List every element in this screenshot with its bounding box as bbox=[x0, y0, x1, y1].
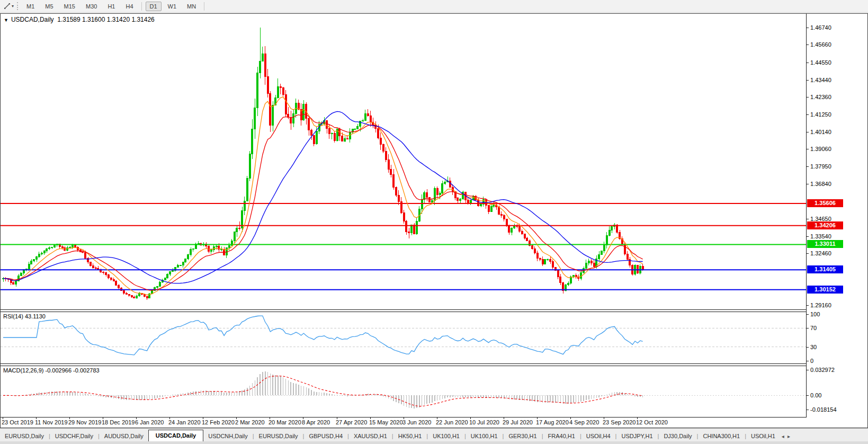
toolbar-separator bbox=[141, 2, 142, 11]
chart-tab-china300-h1[interactable]: CHINA300,H1 bbox=[698, 431, 745, 442]
date-axis-label: 18 Dec 2019 bbox=[102, 419, 135, 425]
chart-title: ▼USDCAD,Daily 1.31589 1.31600 1.31420 1.… bbox=[4, 16, 155, 23]
date-axis-label: 10 Jul 2020 bbox=[469, 419, 499, 425]
rsi-axis-tick bbox=[806, 328, 809, 328]
timeframe-button-m1[interactable]: M1 bbox=[22, 2, 39, 11]
price-axis-tick bbox=[806, 166, 809, 167]
price-axis-label: 1.42360 bbox=[810, 94, 831, 101]
timeframe-button-m30[interactable]: M30 bbox=[82, 2, 101, 11]
chart-tab-usdchf-daily[interactable]: USDCHF,Daily bbox=[50, 431, 98, 442]
chart-tab-usdjpy-h1[interactable]: USDJPY,H1 bbox=[616, 431, 657, 442]
date-axis-label: 23 Oct 2019 bbox=[2, 419, 33, 425]
date-axis-label: 29 Nov 2019 bbox=[68, 419, 101, 425]
toolbar-grip bbox=[17, 2, 18, 10]
timeframe-button-w1[interactable]: W1 bbox=[164, 2, 181, 11]
chart-tab-eurusd-daily[interactable]: EURUSD,Daily bbox=[0, 431, 49, 442]
price-axis-tick bbox=[806, 80, 809, 81]
date-axis-label: 15 May 2020 bbox=[369, 419, 403, 425]
macd-axis-tick bbox=[806, 370, 809, 370]
price-axis-tick bbox=[806, 97, 809, 97]
rsi-chart-canvas[interactable] bbox=[1, 312, 806, 363]
rsi-axis-label: 30 bbox=[810, 344, 817, 351]
tab-scroll-left-icon[interactable]: ◂ bbox=[780, 431, 786, 442]
price-axis-label: 1.29160 bbox=[810, 302, 831, 309]
price-axis-label: 1.46740 bbox=[810, 24, 831, 31]
chart-window: ▼USDCAD,Daily 1.31589 1.31600 1.31420 1.… bbox=[0, 13, 868, 428]
date-axis-label: 12 Oct 2020 bbox=[636, 419, 668, 425]
chart-tab-usoil-h4[interactable]: USOil,H4 bbox=[581, 431, 615, 442]
price-axis-line bbox=[806, 14, 807, 417]
macd-axis-label: 0.00 bbox=[810, 392, 821, 399]
macd-axis-tick bbox=[806, 410, 809, 410]
rsi-axis-tick bbox=[806, 361, 809, 361]
window-bottom-strip bbox=[0, 441, 868, 444]
collapse-icon[interactable]: ▼ bbox=[4, 17, 8, 23]
timeframe-button-h4[interactable]: H4 bbox=[121, 2, 137, 11]
price-axis-label: 1.40140 bbox=[810, 129, 831, 136]
chart-tab-audusd-daily[interactable]: AUDUSD,Daily bbox=[100, 431, 148, 442]
price-axis-tick bbox=[806, 184, 809, 184]
date-axis-label: 11 Nov 2019 bbox=[35, 419, 68, 425]
cursor-tool-dropdown-icon[interactable]: ▾ bbox=[12, 4, 14, 8]
rsi-axis-label: 0 bbox=[810, 358, 813, 365]
price-axis-tick bbox=[806, 219, 809, 219]
price-axis-tick bbox=[806, 149, 809, 149]
chart-tab-xauusd-h1[interactable]: XAUUSD,H1 bbox=[349, 431, 392, 442]
chart-tab-ger30-h1[interactable]: GER30,H1 bbox=[504, 431, 541, 442]
timeframe-button-mn[interactable]: MN bbox=[183, 2, 200, 11]
price-axis-tick bbox=[806, 305, 809, 306]
timeframe-buttons: M1M5M15M30H1H4D1W1MN bbox=[21, 2, 207, 11]
price-axis-label: 1.32460 bbox=[810, 250, 831, 257]
timeframe-button-m15[interactable]: M15 bbox=[60, 2, 79, 11]
macd-axis-tick bbox=[806, 395, 809, 396]
hline-price-flag[interactable]: 1.34206 bbox=[807, 221, 843, 229]
chart-tab-usdcad-daily[interactable]: USDCAD,Daily bbox=[148, 430, 203, 442]
date-axis-label: 4 Sep 2020 bbox=[569, 419, 599, 425]
price-axis-label: 1.41250 bbox=[810, 111, 831, 118]
date-axis-label: 8 Apr 2020 bbox=[302, 419, 330, 425]
chart-tab-usdcnh-daily[interactable]: USDCNH,Daily bbox=[203, 431, 253, 442]
timeframe-button-m5[interactable]: M5 bbox=[41, 2, 57, 11]
macd-label: MACD(12,26,9) -0.002966 -0.002783 bbox=[3, 367, 100, 374]
chart-tab-eurusd-daily[interactable]: EURUSD,Daily bbox=[254, 431, 303, 442]
price-axis-tick bbox=[806, 132, 809, 132]
cursor-tool-icon[interactable] bbox=[2, 2, 12, 11]
date-axis-label: 24 Jan 2020 bbox=[168, 419, 201, 425]
tab-scroll-right-icon[interactable]: ▸ bbox=[786, 431, 792, 442]
price-axis-label: 1.37950 bbox=[810, 163, 831, 170]
macd-chart-canvas[interactable] bbox=[1, 366, 806, 417]
chart-tab-fra40-h1[interactable]: FRA40,H1 bbox=[543, 431, 580, 442]
price-chart-canvas[interactable] bbox=[1, 14, 806, 309]
timeframe-toolbar: ▾ M1M5M15M30H1H4D1W1MN bbox=[0, 0, 868, 13]
timeframe-button-d1[interactable]: D1 bbox=[146, 2, 162, 11]
chart-tab-bar: EURUSD,Daily|USDCHF,Daily|AUDUSD,DailyUS… bbox=[0, 428, 868, 442]
price-axis-label: 1.45660 bbox=[810, 41, 831, 48]
hline-price-flag[interactable]: 1.33011 bbox=[807, 240, 843, 248]
price-axis-tick bbox=[806, 114, 809, 115]
chart-tab-dj30-daily[interactable]: DJ30,Daily bbox=[659, 431, 696, 442]
chart-tab-usoil-h1[interactable]: USOil,H1 bbox=[746, 431, 780, 442]
hline-price-flag[interactable]: 1.35606 bbox=[807, 199, 843, 207]
price-axis-label: 1.44550 bbox=[810, 59, 831, 66]
hline-price-flag[interactable]: 1.31405 bbox=[807, 265, 843, 273]
date-axis-label: 20 Mar 2020 bbox=[269, 419, 301, 425]
rsi-axis-tick bbox=[806, 347, 809, 348]
macd-axis-label: 0.032972 bbox=[810, 367, 835, 374]
hline-price-flag[interactable]: 1.30152 bbox=[807, 286, 843, 294]
timeframe-button-h1[interactable]: H1 bbox=[103, 2, 119, 11]
chart-tab-uk100-h1[interactable]: UK100,H1 bbox=[466, 431, 503, 442]
chart-tab-gbpusd-h4[interactable]: GBPUSD,H4 bbox=[304, 431, 347, 442]
chart-tab-uk100-h1[interactable]: UK100,H1 bbox=[428, 431, 464, 442]
price-axis-label: 1.39060 bbox=[810, 146, 831, 153]
rsi-axis-tick bbox=[806, 314, 809, 315]
rsi-label: RSI(14) 43.1130 bbox=[3, 313, 46, 319]
date-axis-label: 23 Sep 2020 bbox=[603, 419, 636, 425]
price-axis-tick bbox=[806, 63, 809, 63]
date-axis-label: 6 Jan 2020 bbox=[135, 419, 164, 425]
chart-symbol-label: USDCAD,Daily bbox=[11, 16, 54, 23]
chart-tab-hk50-h1[interactable]: HK50,H1 bbox=[393, 431, 427, 442]
rsi-axis-label: 70 bbox=[810, 325, 817, 332]
toolbar-separator bbox=[204, 2, 204, 11]
price-axis-tick bbox=[806, 28, 809, 28]
date-axis-label: 12 Feb 2020 bbox=[202, 419, 235, 425]
